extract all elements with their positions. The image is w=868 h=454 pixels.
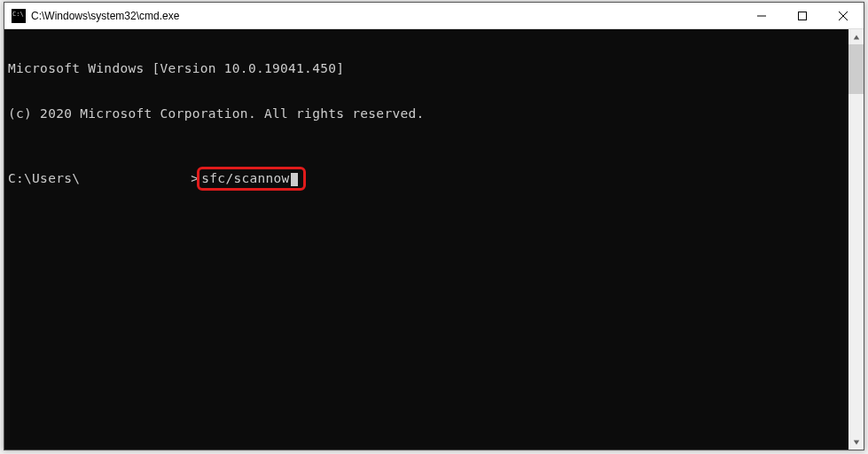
scroll-up-button[interactable] [848,29,864,44]
client-area: Microsoft Windows [Version 10.0.19041.45… [4,29,864,450]
minimize-button[interactable] [741,3,782,28]
maximize-icon [798,12,807,20]
prompt-line: C:\Users\>sfc/scannow [8,167,845,191]
prompt-prefix: C:\Users\ [8,171,80,186]
terminal-line-version: Microsoft Windows [Version 10.0.19041.45… [8,61,845,76]
command-highlight: sfc/scannow [197,167,305,191]
svg-marker-4 [853,35,858,39]
titlebar[interactable]: C:\Windows\system32\cmd.exe [4,3,864,29]
vertical-scrollbar[interactable] [848,29,864,450]
close-icon [839,12,848,20]
terminal[interactable]: Microsoft Windows [Version 10.0.19041.45… [4,29,848,450]
svg-marker-5 [853,440,858,444]
chevron-up-icon [853,34,860,41]
minimize-icon [757,12,766,20]
redacted-username [80,172,191,186]
cmd-icon [12,9,26,23]
window-controls [741,3,864,28]
terminal-line-copyright: (c) 2020 Microsoft Corporation. All righ… [8,106,845,121]
svg-rect-1 [799,12,807,20]
chevron-down-icon [853,439,860,446]
command-text: sfc/scannow [201,171,289,185]
close-button[interactable] [823,3,864,28]
window-title: C:\Windows\system32\cmd.exe [31,10,741,22]
cmd-window: C:\Windows\system32\cmd.exe Microsoft Wi… [4,2,864,450]
text-cursor [291,173,298,186]
scrollbar-track[interactable] [848,44,864,434]
maximize-button[interactable] [782,3,823,28]
scrollbar-thumb[interactable] [848,44,864,94]
scroll-down-button[interactable] [848,434,864,450]
